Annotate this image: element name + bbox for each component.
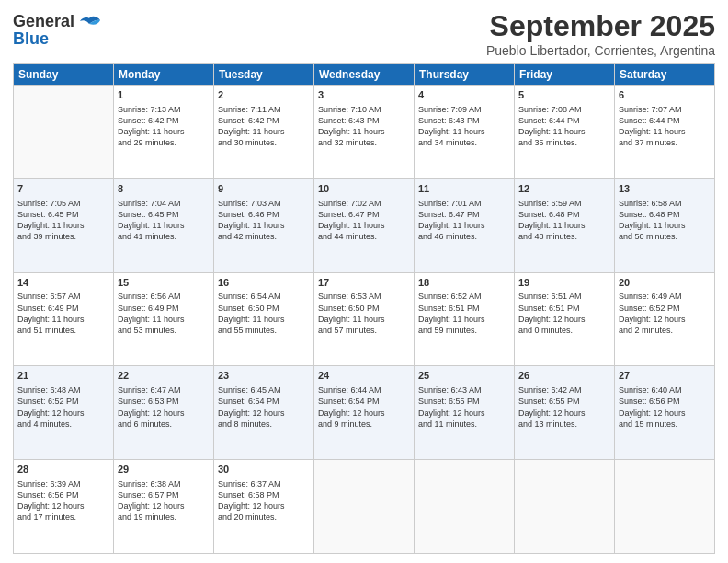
day-header-thursday: Thursday [415, 64, 515, 86]
cell-info: Daylight: 11 hours [17, 314, 109, 325]
calendar-cell: 22Sunrise: 6:47 AMSunset: 6:53 PMDayligh… [114, 366, 214, 460]
cell-info: and 30 minutes. [218, 137, 310, 148]
cell-info: Daylight: 11 hours [118, 126, 210, 137]
cell-info: and 2 minutes. [619, 325, 711, 336]
day-header-saturday: Saturday [615, 64, 715, 86]
cell-info: Sunset: 6:44 PM [518, 115, 610, 126]
day-number: 11 [418, 182, 510, 196]
cell-info: and 35 minutes. [518, 137, 610, 148]
calendar-cell: 20Sunrise: 6:49 AMSunset: 6:52 PMDayligh… [615, 272, 715, 366]
day-number: 30 [218, 463, 310, 477]
cell-info: Daylight: 11 hours [619, 126, 711, 137]
day-header-friday: Friday [515, 64, 615, 86]
cell-info: and 9 minutes. [318, 419, 410, 430]
cell-info: Daylight: 12 hours [418, 408, 510, 419]
cell-info: and 46 minutes. [418, 231, 510, 242]
cell-info: and 4 minutes. [17, 419, 109, 430]
day-number: 2 [218, 88, 310, 102]
cell-info: Sunrise: 7:01 AM [418, 198, 510, 209]
cell-info: Sunrise: 6:37 AM [218, 478, 310, 489]
cell-info: and 32 minutes. [318, 137, 410, 148]
day-number: 7 [17, 182, 109, 196]
calendar-cell: 14Sunrise: 6:57 AMSunset: 6:49 PMDayligh… [14, 272, 114, 366]
calendar-cell [415, 460, 515, 554]
day-number: 10 [318, 182, 410, 196]
cell-info: and 0 minutes. [518, 325, 610, 336]
calendar-cell: 28Sunrise: 6:39 AMSunset: 6:56 PMDayligh… [14, 460, 114, 554]
cell-info: Daylight: 11 hours [418, 126, 510, 137]
header: General Blue September 2025 Pueblo Liber… [13, 9, 715, 58]
cell-info: Daylight: 12 hours [17, 500, 109, 511]
cell-info: Sunset: 6:55 PM [418, 396, 510, 407]
calendar-cell: 18Sunrise: 6:52 AMSunset: 6:51 PMDayligh… [415, 272, 515, 366]
cell-info: Sunrise: 6:45 AM [218, 385, 310, 396]
cell-info: Daylight: 12 hours [118, 500, 210, 511]
cell-info: Sunrise: 6:51 AM [518, 291, 610, 302]
cell-info: Sunrise: 6:56 AM [118, 291, 210, 302]
day-number: 27 [619, 369, 711, 383]
cell-info: Sunrise: 6:43 AM [418, 385, 510, 396]
cell-info: Sunrise: 7:08 AM [518, 104, 610, 115]
cell-info: Sunrise: 7:13 AM [118, 104, 210, 115]
cell-info: Sunset: 6:52 PM [619, 303, 711, 314]
cell-info: Daylight: 12 hours [318, 408, 410, 419]
cell-info: and 37 minutes. [619, 137, 711, 148]
cell-info: and 15 minutes. [619, 419, 711, 430]
cell-info: and 34 minutes. [418, 137, 510, 148]
cell-info: Daylight: 11 hours [118, 220, 210, 231]
cell-info: Sunrise: 7:05 AM [17, 198, 109, 209]
cell-info: Sunrise: 6:49 AM [619, 291, 711, 302]
cell-info: Sunrise: 6:52 AM [418, 291, 510, 302]
cell-info: Sunrise: 6:54 AM [218, 291, 310, 302]
month-title: September 2025 [486, 9, 715, 43]
logo: General Blue [13, 9, 102, 48]
cell-info: Sunset: 6:42 PM [118, 115, 210, 126]
page: General Blue September 2025 Pueblo Liber… [0, 0, 728, 563]
day-number: 29 [118, 463, 210, 477]
logo-blue-text: Blue [13, 29, 49, 48]
day-header-wednesday: Wednesday [314, 64, 415, 86]
cell-info: and 42 minutes. [218, 231, 310, 242]
cell-info: Sunrise: 6:59 AM [518, 198, 610, 209]
cell-info: and 48 minutes. [518, 231, 610, 242]
cell-info: and 8 minutes. [218, 419, 310, 430]
cell-info: Sunrise: 7:04 AM [118, 198, 210, 209]
cell-info: Sunset: 6:43 PM [318, 115, 410, 126]
cell-info: and 6 minutes. [118, 419, 210, 430]
cell-info: Daylight: 12 hours [518, 314, 610, 325]
cell-info: Daylight: 11 hours [418, 314, 510, 325]
day-number: 15 [118, 276, 210, 290]
cell-info: Daylight: 12 hours [218, 408, 310, 419]
cell-info: Sunset: 6:56 PM [619, 396, 711, 407]
cell-info: Daylight: 12 hours [118, 408, 210, 419]
day-header-monday: Monday [114, 64, 214, 86]
day-number: 13 [619, 182, 711, 196]
cell-info: Sunset: 6:50 PM [318, 303, 410, 314]
cell-info: Daylight: 11 hours [518, 220, 610, 231]
calendar-cell: 10Sunrise: 7:02 AMSunset: 6:47 PMDayligh… [314, 178, 415, 272]
cell-info: Sunset: 6:45 PM [118, 209, 210, 220]
cell-info: and 44 minutes. [318, 231, 410, 242]
cell-info: and 39 minutes. [17, 231, 109, 242]
cell-info: Sunset: 6:45 PM [17, 209, 109, 220]
cell-info: Sunset: 6:55 PM [518, 396, 610, 407]
cell-info: Sunset: 6:56 PM [17, 489, 109, 500]
calendar-cell: 12Sunrise: 6:59 AMSunset: 6:48 PMDayligh… [515, 178, 615, 272]
cell-info: Sunset: 6:54 PM [218, 396, 310, 407]
day-number: 26 [518, 369, 610, 383]
day-number: 5 [518, 88, 610, 102]
calendar-cell: 4Sunrise: 7:09 AMSunset: 6:43 PMDaylight… [415, 86, 515, 179]
cell-info: Daylight: 11 hours [318, 220, 410, 231]
cell-info: Daylight: 11 hours [218, 126, 310, 137]
cell-info: and 13 minutes. [518, 419, 610, 430]
logo-general-text: General [13, 12, 74, 30]
cell-info: Sunset: 6:44 PM [619, 115, 711, 126]
logo-bird-icon [76, 15, 102, 35]
day-number: 8 [118, 182, 210, 196]
day-number: 3 [318, 88, 410, 102]
cell-info: Sunset: 6:43 PM [418, 115, 510, 126]
cell-info: and 50 minutes. [619, 231, 711, 242]
day-number: 16 [218, 276, 310, 290]
day-number: 4 [418, 88, 510, 102]
cell-info: Daylight: 11 hours [418, 220, 510, 231]
